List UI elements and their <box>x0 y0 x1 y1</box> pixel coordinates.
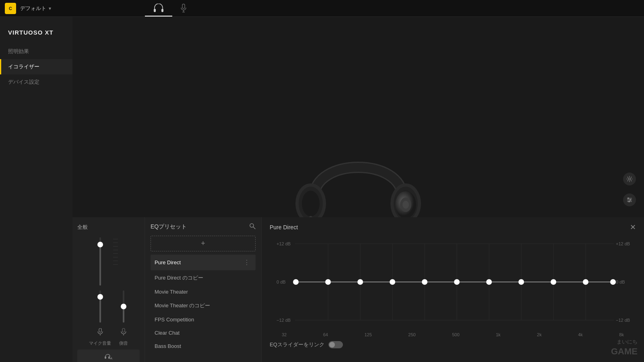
eq-point-8[interactable] <box>551 279 556 285</box>
equalizer-icon[interactable] <box>623 193 636 206</box>
preset-item-pure-direct[interactable]: Pure Direct ⋮ <box>151 255 256 270</box>
add-preset-button[interactable]: + <box>151 236 256 251</box>
volume-panel: 全般 <box>72 217 145 362</box>
svg-text:0 dB: 0 dB <box>616 280 625 284</box>
preset-dropdown-icon[interactable]: ▾ <box>49 6 51 11</box>
svg-point-9 <box>302 191 320 216</box>
preset-item-bass-boost[interactable]: Bass Boost <box>151 340 256 352</box>
tab-mic[interactable] <box>172 0 195 16</box>
svg-point-17 <box>629 178 631 180</box>
freq-label-500: 500 <box>452 332 459 337</box>
eq-preset-header: EQプリセット <box>151 223 256 231</box>
eq-point-10[interactable] <box>610 279 616 285</box>
right-side-icons <box>623 173 636 206</box>
eq-close-button[interactable]: ✕ <box>630 223 636 232</box>
watermark: まいにち GAME <box>611 338 638 358</box>
svg-rect-24 <box>99 328 101 332</box>
center-content: 全般 <box>72 17 644 362</box>
eq-point-2[interactable] <box>357 279 363 285</box>
svg-rect-4 <box>182 4 185 8</box>
sidebar: VIRTUOSO XT 照明効果 イコライザー デバイス設定 <box>0 17 72 362</box>
freq-label-1k: 1k <box>496 332 501 337</box>
sub-sliders-row: マイク音量 <box>77 290 140 346</box>
freq-label-250: 250 <box>408 332 415 337</box>
search-button[interactable] <box>249 223 256 231</box>
mic-volume-col: マイク音量 <box>89 290 111 346</box>
svg-point-21 <box>627 197 629 199</box>
eq-graph-svg: +12 dB 0 dB −12 dB +12 dB 0 dB −12 dB <box>270 236 636 328</box>
nav-equalizer[interactable]: イコライザー <box>0 59 72 74</box>
svg-rect-28 <box>105 356 106 359</box>
eq-point-7[interactable] <box>518 279 524 285</box>
main-volume-track[interactable] <box>99 237 101 286</box>
nav-device-settings[interactable]: デバイス設定 <box>0 74 72 90</box>
eq-point-5[interactable] <box>454 279 460 285</box>
settings-icon[interactable] <box>623 173 636 185</box>
mic-icon <box>97 328 103 337</box>
preset-item-clear-chat[interactable]: Clear Chat <box>151 327 256 339</box>
eq-point-9[interactable] <box>583 279 588 285</box>
eq-point-1[interactable] <box>325 279 331 285</box>
mic-volume-thumb[interactable] <box>97 294 103 300</box>
mic-volume-label: マイク音量 <box>89 340 111 346</box>
sidetone-track[interactable] <box>123 290 124 323</box>
main-volume-fill <box>99 245 101 286</box>
preset-item-movie-theater-copy[interactable]: Movie Theater のコピー <box>151 299 256 313</box>
svg-point-15 <box>402 201 409 209</box>
eq-preset-panel: EQプリセット + Pure Direct ⋮ <box>145 217 262 362</box>
svg-text:C: C <box>9 6 12 11</box>
eq-link-row: EQスライダーをリンク <box>270 341 636 348</box>
preset-item-pure-direct-copy[interactable]: Pure Direct のコピー <box>151 271 256 285</box>
mic-volume-track[interactable] <box>99 290 101 323</box>
eq-graph-title: Pure Direct <box>270 224 298 230</box>
main-area: VIRTUOSO XT 照明効果 イコライザー デバイス設定 <box>0 17 644 362</box>
freq-label-125: 125 <box>364 332 372 337</box>
device-title: VIRTUOSO XT <box>0 29 72 44</box>
watermark-line1: まいにち <box>611 338 638 346</box>
preset-list: Pure Direct ⋮ Pure Direct のコピー Movie The… <box>151 255 256 352</box>
preset-item-fps[interactable]: FPS Competition <box>151 313 256 326</box>
sidetone-thumb[interactable] <box>121 304 126 309</box>
svg-text:+12 dB: +12 dB <box>277 241 291 246</box>
svg-text:+12 dB: +12 dB <box>616 241 630 246</box>
sidetone-col: 側音 <box>119 290 128 346</box>
freq-label-2k: 2k <box>537 332 542 337</box>
svg-point-22 <box>630 199 631 201</box>
freq-label-8k: 8k <box>619 332 624 337</box>
bottom-panel: 全般 <box>72 217 644 362</box>
preset-item-movie-theater[interactable]: Movie Theater <box>151 286 256 298</box>
eq-point-6[interactable] <box>486 279 492 285</box>
svg-rect-29 <box>108 356 110 359</box>
mic-volume-fill <box>99 297 101 323</box>
nav-lighting[interactable]: 照明効果 <box>0 44 72 59</box>
main-volume-thumb[interactable] <box>97 242 103 247</box>
svg-rect-26 <box>122 328 125 332</box>
eq-graph-header: Pure Direct ✕ <box>270 223 636 232</box>
svg-line-32 <box>253 227 255 229</box>
svg-text:−12 dB: −12 dB <box>616 318 630 323</box>
eq-freq-labels: 32 64 125 250 500 1k 2k 4k 8k <box>270 330 636 337</box>
eq-preset-title: EQプリセット <box>151 223 187 230</box>
eq-point-4[interactable] <box>422 279 427 285</box>
toggle-thumb <box>329 342 335 348</box>
tab-headphone[interactable] <box>145 0 172 16</box>
svg-text:0 dB: 0 dB <box>277 280 286 284</box>
eq-point-3[interactable] <box>390 279 395 285</box>
freq-label-32: 32 <box>282 332 287 337</box>
volume-ticks <box>113 239 118 265</box>
top-tabs <box>145 0 195 16</box>
watermark-line2: GAME <box>611 346 638 358</box>
sidetone-label: 側音 <box>119 340 128 346</box>
preset-more-btn-0[interactable]: ⋮ <box>242 258 252 267</box>
eq-graph-panel: Pure Direct ✕ +12 dB 0 dB <box>262 217 644 362</box>
svg-point-23 <box>628 201 630 202</box>
svg-rect-3 <box>161 9 163 12</box>
svg-rect-2 <box>154 9 156 12</box>
eq-link-label: EQスライダーをリンク <box>270 341 324 348</box>
stereo-button[interactable]: ステレオ <box>77 350 140 362</box>
preset-label: デフォルト <box>20 5 46 12</box>
eq-point-0[interactable] <box>293 279 299 285</box>
eq-link-toggle[interactable] <box>328 341 343 348</box>
sidetone-icon <box>121 328 126 337</box>
app-logo: C <box>5 3 16 14</box>
